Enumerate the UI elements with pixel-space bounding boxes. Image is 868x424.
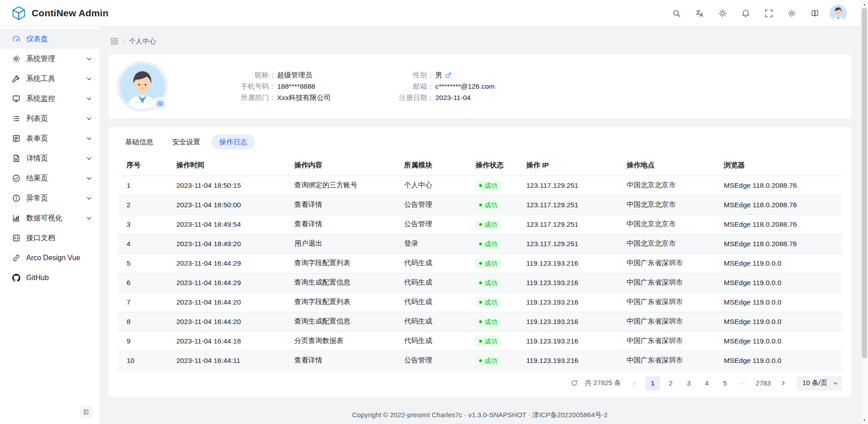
- check-circle-icon: [12, 174, 20, 182]
- tabs: 基础信息安全设置操作日志: [118, 134, 842, 149]
- page-button-1[interactable]: 1: [646, 376, 660, 391]
- sidebar-item-system-tools[interactable]: 系统工具: [0, 69, 99, 89]
- sidebar-item-system-management[interactable]: 系统管理: [0, 49, 99, 69]
- table-row: 6 2023-11-04 16:44:29 查询生成配置信息 代码生成 成功 1…: [118, 273, 842, 292]
- notifications-button[interactable]: [737, 5, 754, 21]
- sidebar-item-result-pages[interactable]: 结果页: [0, 168, 99, 188]
- tab-operation-log[interactable]: 操作日志: [212, 134, 255, 149]
- pagination-total: 共 27825 条: [585, 379, 621, 387]
- page-scrollbar[interactable]: ▲ ▼: [860, 0, 868, 424]
- theme-button[interactable]: [714, 5, 731, 21]
- page-button-4[interactable]: 4: [700, 376, 714, 391]
- cell-status: 成功: [467, 176, 517, 195]
- sidebar-item-list-pages[interactable]: 列表页: [0, 109, 99, 129]
- scroll-down-arrow-icon[interactable]: ▼: [861, 416, 868, 424]
- page-button-2783[interactable]: 2783: [754, 376, 773, 391]
- cell-location: 中国广东省深圳市: [618, 351, 715, 370]
- cell-browser: MSEdge 119.0.0.0: [715, 273, 842, 292]
- column-header: 所属模块: [395, 155, 467, 176]
- page-size-select[interactable]: 10 条/页: [797, 376, 842, 391]
- field-label: 邮箱：: [380, 81, 434, 92]
- scroll-up-arrow-icon[interactable]: ▲: [861, 0, 868, 8]
- cell-content: 查询生成配置信息: [285, 312, 395, 331]
- cell-content: 查询生成配置信息: [285, 273, 395, 292]
- chevron-left-icon: [632, 380, 637, 386]
- chevron-down-icon: [86, 195, 92, 201]
- next-page-button[interactable]: [776, 376, 791, 391]
- cell-time: 2023-11-04 18:50:00: [167, 195, 285, 214]
- search-icon: [672, 9, 681, 18]
- cell-ip: 123.117.129.251: [517, 176, 618, 195]
- tab-security-settings[interactable]: 安全设置: [165, 134, 208, 149]
- cell-status: 成功: [467, 253, 517, 273]
- cell-content: 查询字段配置列表: [285, 292, 395, 312]
- tab-basic-info[interactable]: 基础信息: [118, 134, 161, 149]
- sidebar-collapse-button[interactable]: [80, 406, 92, 418]
- success-dot-icon: [479, 243, 482, 245]
- cell-browser: MSEdge 119.0.0.0: [715, 351, 842, 370]
- sidebar-item-system-monitor[interactable]: 系统监控: [0, 89, 99, 109]
- page-footer: Copyright © 2022-present Charles7c · v1.…: [108, 397, 851, 424]
- sidebar-item-form-pages[interactable]: 表单页: [0, 129, 99, 148]
- cell-status: 成功: [467, 331, 517, 351]
- gear-icon: [788, 9, 796, 18]
- app-title: ContiNew Admin: [32, 8, 108, 19]
- docs-button[interactable]: [807, 5, 823, 21]
- cell-time: 2023-11-04 16:44:29: [167, 253, 285, 273]
- page-button-3[interactable]: 3: [682, 376, 696, 391]
- cell-location: 中国北京北京市: [618, 195, 715, 214]
- apps-icon[interactable]: [111, 38, 118, 45]
- page-button-2[interactable]: 2: [664, 376, 678, 391]
- header-actions: [668, 5, 823, 21]
- status-badge: 成功: [476, 278, 501, 288]
- search-button[interactable]: [668, 5, 684, 21]
- cell-ip: 119.123.193.216: [517, 351, 618, 370]
- sidebar-item-data-visualization[interactable]: 数据可视化: [0, 208, 99, 228]
- page-more-button[interactable]: ···: [736, 376, 750, 391]
- scrollbar-thumb[interactable]: [862, 8, 867, 358]
- translate-button[interactable]: [691, 5, 708, 21]
- cell-no: 4: [118, 234, 167, 253]
- cell-browser: MSEdge 118.0.2088.76: [715, 214, 842, 234]
- status-badge: 成功: [476, 297, 501, 307]
- prev-page-button[interactable]: [627, 376, 642, 391]
- tool-icon: [12, 75, 20, 83]
- settings-button[interactable]: [783, 5, 800, 21]
- cell-location: 中国北京北京市: [618, 214, 715, 234]
- sidebar-item-github[interactable]: GitHub: [0, 268, 99, 288]
- sidebar-item-dashboard[interactable]: 仪表盘: [0, 29, 99, 49]
- cell-status: 成功: [467, 351, 517, 370]
- sidebar-item-exception-pages[interactable]: 异常页: [0, 188, 99, 208]
- brand[interactable]: ContiNew Admin: [11, 5, 108, 21]
- cell-module: 公告管理: [395, 351, 467, 370]
- change-avatar-button[interactable]: [154, 97, 166, 110]
- cell-no: 1: [118, 176, 167, 195]
- cell-module: 代码生成: [395, 331, 467, 351]
- sidebar-item-api-docs[interactable]: 接口文档: [0, 228, 99, 248]
- main-content: / 个人中心 昵称：超级管理员 手机号码：188****8888 所属部门：Xx…: [99, 27, 860, 424]
- success-dot-icon: [479, 320, 482, 323]
- sidebar-menu: 仪表盘 系统管理 系统工具 系统监控 列表页 表单页 详情页 结果页 异常页 数…: [0, 29, 99, 288]
- code-doc-icon: [12, 234, 20, 242]
- pagination: 共 27825 条 12345···2783 10 条/页: [118, 371, 842, 397]
- cell-status: 成功: [467, 195, 517, 214]
- refresh-button[interactable]: [568, 376, 581, 390]
- user-avatar-button[interactable]: [830, 5, 847, 22]
- profile-fields-right: 性别：男 邮箱：c********@126.com 注册日期：2023-11-0…: [380, 70, 538, 103]
- file-icon: [12, 154, 20, 162]
- sidebar-item-arco-design-vue[interactable]: Arco Design Vue: [0, 248, 99, 268]
- cell-location: 中国广东省深圳市: [618, 253, 715, 273]
- column-header: 浏览器: [715, 155, 842, 176]
- cell-content: 查看详情: [285, 351, 395, 370]
- cell-time: 2023-11-04 16:44:11: [167, 351, 285, 370]
- column-header: 操作内容: [285, 155, 395, 176]
- table-row: 7 2023-11-04 16:44:20 查询字段配置列表 代码生成 成功 1…: [118, 292, 842, 312]
- table-header-row: 序号操作时间操作内容所属模块操作状态操作 IP操作地点浏览器: [118, 155, 842, 176]
- cell-time: 2023-11-04 18:50:15: [167, 176, 285, 195]
- sidebar-item-detail-pages[interactable]: 详情页: [0, 148, 99, 168]
- profile-fields: 昵称：超级管理员 手机号码：188****8888 所属部门：Xxx科技有限公司…: [222, 70, 538, 103]
- page-button-5[interactable]: 5: [718, 376, 732, 391]
- success-dot-icon: [479, 262, 482, 265]
- table-row: 3 2023-11-04 18:49:54 查看详情 公告管理 成功 123.1…: [118, 214, 842, 234]
- fullscreen-button[interactable]: [760, 5, 777, 21]
